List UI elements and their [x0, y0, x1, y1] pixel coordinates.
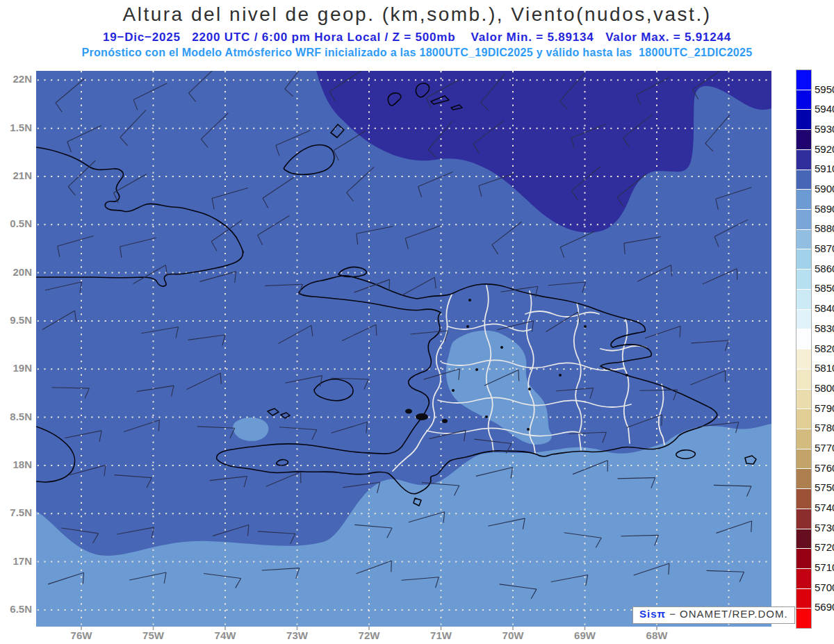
onamet-branding-box: Sisπ − ONAMET/REP.DOM. [632, 606, 795, 624]
colorbar-label: 5900 [815, 183, 834, 195]
pi-symbol: π [657, 608, 666, 620]
colorbar-label: 5830 [815, 322, 834, 334]
colorbar-cell [796, 370, 811, 390]
colorbar-cell [796, 230, 811, 250]
colorbar-cell [796, 390, 811, 410]
colorbar-cell [796, 130, 811, 150]
colorbar-label: 5740 [815, 502, 834, 513]
colorbar-cell [796, 290, 811, 310]
colorbar-label: 5770 [815, 442, 834, 454]
lat-label: 20N [0, 266, 32, 278]
colorbar-cell [796, 549, 811, 569]
colorbar-cell [796, 270, 811, 290]
colorbar-label: 5690 [815, 601, 834, 613]
map-canvas [0, 0, 834, 644]
colorbar-cell [796, 210, 811, 230]
lon-label: 74W [210, 629, 240, 641]
sispi-logo-text: Sis [639, 608, 657, 620]
colorbar-cell [796, 509, 811, 529]
lon-label: 73W [282, 629, 313, 641]
lat-label: 22N [0, 73, 32, 85]
colorbar-label: 5730 [815, 522, 834, 534]
colorbar-label: 5760 [815, 462, 834, 474]
colorbar-label: 5890 [815, 203, 834, 215]
lat-label: 19N [0, 362, 32, 374]
colorbar-cell [796, 249, 811, 270]
colorbar-cell [796, 150, 811, 170]
lat-label: 1.5N [0, 122, 32, 133]
colorbar-label: 5790 [815, 402, 834, 414]
colorbar-cell [796, 589, 811, 609]
lat-label: 18N [0, 459, 32, 470]
colorbar-cell [796, 170, 811, 190]
colorbar-label: 5810 [815, 362, 834, 374]
lon-label: 75W [138, 629, 169, 641]
colorbar-label: 5920 [815, 143, 834, 155]
lat-label: 17N [0, 555, 32, 567]
colorbar-label: 5880 [815, 222, 834, 234]
lon-label: 72W [354, 629, 384, 641]
lat-label: 21N [0, 170, 32, 181]
colorbar-label: 5840 [815, 302, 834, 314]
lat-label: 6.5N [0, 603, 32, 615]
colorbar-cell [796, 409, 811, 429]
colorbar-label: 5780 [815, 422, 834, 434]
colorbar-cell [796, 449, 811, 470]
colorbar-cell [796, 329, 811, 349]
lat-label: 8.5N [0, 411, 32, 422]
colorbar-label: 5700 [815, 581, 834, 593]
colorbar-cell [796, 310, 811, 330]
colorbar-cell [796, 489, 811, 509]
lat-label: 7.5N [0, 506, 32, 518]
colorbar-cell [796, 529, 811, 550]
branding-org-text: − ONAMET/REP.DOM. [666, 608, 788, 620]
lon-label: 71W [426, 629, 457, 641]
lon-label: 76W [66, 629, 97, 641]
colorbar-label: 5710 [815, 561, 834, 573]
colorbar-label: 5850 [815, 282, 834, 294]
colorbar-label: 5940 [815, 103, 834, 115]
lat-label: 9.5N [0, 314, 32, 326]
colorbar-label: 5800 [815, 382, 834, 394]
colorbar-label: 5820 [815, 342, 834, 354]
colorbar-cell [796, 70, 811, 90]
colorbar-label: 5870 [815, 242, 834, 254]
colorbar-cell [796, 609, 811, 628]
colorbar-cell [796, 429, 811, 449]
colorbar-label: 5750 [815, 481, 834, 493]
geopotential-colorbar [796, 69, 812, 629]
colorbar-label: 5860 [815, 263, 834, 274]
colorbar-cell [796, 190, 811, 210]
colorbar-cell [796, 569, 811, 589]
weather-map-page: Altura del nivel de geop. (km,somb.), Vi… [0, 0, 834, 644]
colorbar-cell [796, 469, 811, 489]
lon-label: 69W [570, 629, 600, 641]
colorbar-label: 5950 [815, 83, 834, 95]
colorbar-cell [796, 349, 811, 370]
lat-label: 0.5N [0, 217, 32, 229]
lon-label: 70W [498, 629, 528, 641]
colorbar-cell [796, 90, 811, 110]
colorbar-label: 5910 [815, 163, 834, 174]
colorbar-label: 5930 [815, 123, 834, 135]
colorbar-label: 5720 [815, 541, 834, 553]
lon-label: 68W [641, 629, 672, 641]
colorbar-cell [796, 110, 811, 130]
